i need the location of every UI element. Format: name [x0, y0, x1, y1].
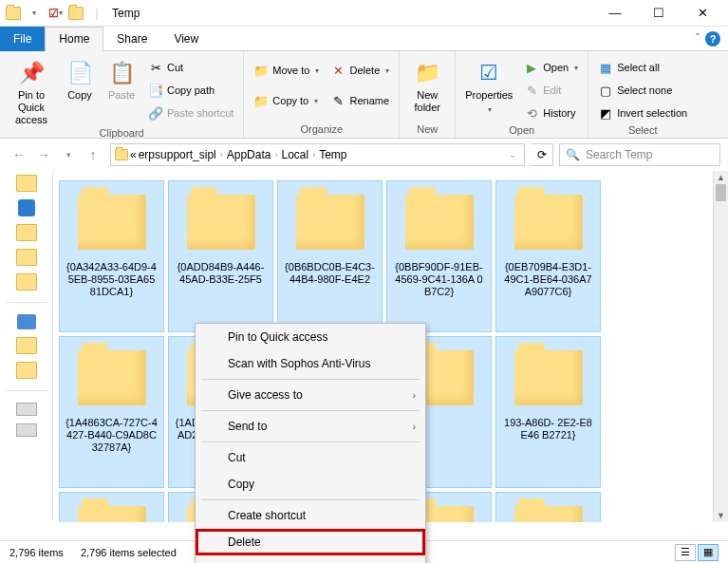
nav-history-dropdown[interactable]: ▾ — [57, 143, 80, 166]
nav-back-button[interactable]: ← — [8, 143, 30, 166]
tab-file[interactable]: File — [0, 27, 45, 51]
qat-folder2-icon[interactable] — [66, 4, 85, 23]
status-selected-count: 2,796 items selected — [81, 547, 177, 558]
ctx-give-access[interactable]: Give access to› — [196, 382, 425, 408]
ribbon-collapse-icon[interactable]: ˆ — [696, 32, 700, 46]
scroll-up-icon[interactable]: ▲ — [714, 171, 728, 184]
folder-item[interactable]: {0B6BDC0B-E4C3-44B4-980F-E4E2 — [277, 180, 383, 332]
refresh-button[interactable]: ⟳ — [531, 143, 553, 166]
help-icon[interactable]: ? — [705, 31, 720, 47]
nav-item[interactable] — [16, 224, 37, 241]
breadcrumb-item[interactable]: Temp — [319, 148, 346, 161]
ctx-delete[interactable]: Delete — [196, 529, 425, 555]
vertical-scrollbar[interactable]: ▲ ▼ — [713, 171, 728, 522]
qat-folder-icon[interactable] — [4, 4, 23, 23]
open-button[interactable]: ▶Open▾ — [520, 57, 582, 78]
qat-dropdown-icon[interactable]: ▾ — [25, 4, 44, 23]
delete-button[interactable]: ✕Delete▾ — [327, 55, 393, 85]
folder-icon — [78, 506, 146, 522]
ctx-send-to[interactable]: Send to› — [196, 413, 425, 440]
history-button[interactable]: ⟲History — [520, 103, 582, 123]
nav-forward-button[interactable]: → — [32, 143, 55, 166]
breadcrumb-item[interactable]: erpsupport_sipl› — [139, 148, 225, 161]
drive-icon[interactable] — [16, 403, 37, 416]
folder-item[interactable]: {1A4863CA-727C-4427-B440-C9AD8C32787A} — [59, 336, 164, 488]
nav-item[interactable] — [16, 273, 37, 291]
ribbon-group-clipboard: 📌 Pin to Quick access 📄 Copy 📋 Paste ✂Cu… — [0, 51, 244, 138]
nav-item[interactable] — [16, 337, 37, 354]
cut-button[interactable]: ✂Cut — [144, 57, 237, 78]
ctx-copy[interactable]: Copy — [196, 471, 425, 497]
scroll-thumb[interactable] — [716, 184, 726, 201]
folder-item[interactable] — [495, 492, 601, 522]
new-folder-icon: 📁 — [412, 57, 442, 87]
ctx-pin[interactable]: Pin to Quick access — [196, 324, 425, 350]
pin-to-quick-access-button[interactable]: 📌 Pin to Quick access — [6, 53, 57, 126]
group-label-open: Open — [461, 123, 582, 138]
copy-to-button[interactable]: 📁Copy to▾ — [250, 85, 323, 116]
folder-icon — [78, 195, 146, 250]
folder-item[interactable]: {0BBF90DF-91EB-4569-9C41-136A 0B7C2} — [386, 180, 492, 332]
copyto-icon: 📁 — [253, 93, 269, 108]
addr-folder-icon — [115, 149, 128, 160]
thispc-icon[interactable] — [17, 314, 36, 329]
folder-item[interactable]: {1C06A2BF-BD79-42B5-A90D-79D0DB3B9EAF} — [59, 492, 164, 522]
nav-item[interactable] — [16, 175, 37, 192]
new-folder-button[interactable]: 📁 New folder — [405, 53, 449, 114]
paste-shortcut-button[interactable]: 🔗Paste shortcut — [144, 103, 237, 123]
edit-button[interactable]: ✎Edit — [520, 80, 582, 101]
folder-name: 193-A86D- 2E2-E8E46 B2721} — [500, 417, 596, 441]
folder-item[interactable]: {0ADD84B9-A446-45AD-B33E-25F5 — [168, 180, 273, 332]
breadcrumb-overflow[interactable]: « — [130, 148, 137, 161]
ctx-scan[interactable]: Scan with Sophos Anti-Virus — [196, 350, 425, 377]
copy-button[interactable]: 📄 Copy — [61, 53, 99, 102]
invert-selection-button[interactable]: ◩Invert selection — [594, 103, 691, 123]
ctx-rename[interactable]: Rename — [196, 555, 425, 563]
folder-name: {1A4863CA-727C-4427-B440-C9AD8C32787A} — [64, 417, 159, 454]
view-details-button[interactable]: ☰ — [675, 544, 696, 561]
folder-item[interactable]: 193-A86D- 2E2-E8E46 B2721} — [495, 336, 601, 488]
close-button[interactable]: ✕ — [681, 0, 724, 27]
nav-item[interactable] — [16, 249, 37, 266]
copy-path-button[interactable]: 📑Copy path — [144, 80, 237, 101]
address-bar-row: ← → ▾ ↑ « erpsupport_sipl› AppData› Loca… — [0, 139, 728, 171]
open-icon: ▶ — [524, 60, 539, 75]
nav-up-button[interactable]: ↑ — [82, 143, 104, 166]
breadcrumb-item[interactable]: AppData› — [227, 148, 280, 161]
tab-view[interactable]: View — [160, 27, 212, 51]
rename-button[interactable]: ✎Rename — [327, 85, 393, 116]
qat-check-icon[interactable]: ☑▾ — [46, 4, 65, 23]
minimize-button[interactable]: — — [593, 0, 637, 27]
chevron-right-icon: › — [413, 422, 416, 432]
ctx-cut[interactable]: Cut — [196, 444, 425, 471]
ctx-divider — [201, 499, 420, 500]
breadcrumb-item[interactable]: Local› — [281, 148, 317, 161]
search-input[interactable]: 🔍 Search Temp — [559, 143, 720, 166]
addr-dropdown-icon[interactable]: ⌄ — [505, 150, 520, 160]
nav-item[interactable] — [16, 362, 37, 379]
address-bar[interactable]: « erpsupport_sipl› AppData› Local› Temp … — [110, 143, 525, 166]
drive-icon[interactable] — [16, 423, 37, 437]
select-all-icon: ▦ — [598, 60, 613, 75]
ctx-create-shortcut[interactable]: Create shortcut — [196, 502, 425, 529]
nav-pane[interactable] — [0, 171, 53, 522]
select-none-button[interactable]: ▢Select none — [594, 80, 691, 101]
folder-item[interactable]: {0EB709B4-E3D1-49C1-BE64-036A7A9077C6} — [495, 180, 601, 332]
paste-button[interactable]: 📋 Paste — [103, 53, 140, 102]
scroll-down-icon[interactable]: ▼ — [714, 509, 728, 522]
properties-button[interactable]: ☑ Properties▾ — [461, 53, 516, 116]
tab-share[interactable]: Share — [103, 27, 160, 51]
view-icons-button[interactable]: ▦ — [698, 544, 719, 561]
status-item-count: 2,796 items — [9, 547, 64, 558]
select-none-icon: ▢ — [598, 83, 613, 98]
onedrive-icon[interactable] — [18, 199, 35, 216]
maximize-button[interactable]: ☐ — [637, 0, 681, 27]
folder-item[interactable]: {0A342A33-64D9-45EB-8955-03EA6581DCA1} — [59, 180, 164, 332]
move-to-button[interactable]: 📁Move to▾ — [250, 55, 323, 85]
folder-icon — [514, 506, 583, 522]
ctx-divider — [201, 379, 420, 380]
tab-home[interactable]: Home — [45, 27, 103, 51]
folder-icon — [514, 195, 583, 250]
select-all-button[interactable]: ▦Select all — [594, 57, 691, 78]
invert-icon: ◩ — [598, 105, 613, 121]
